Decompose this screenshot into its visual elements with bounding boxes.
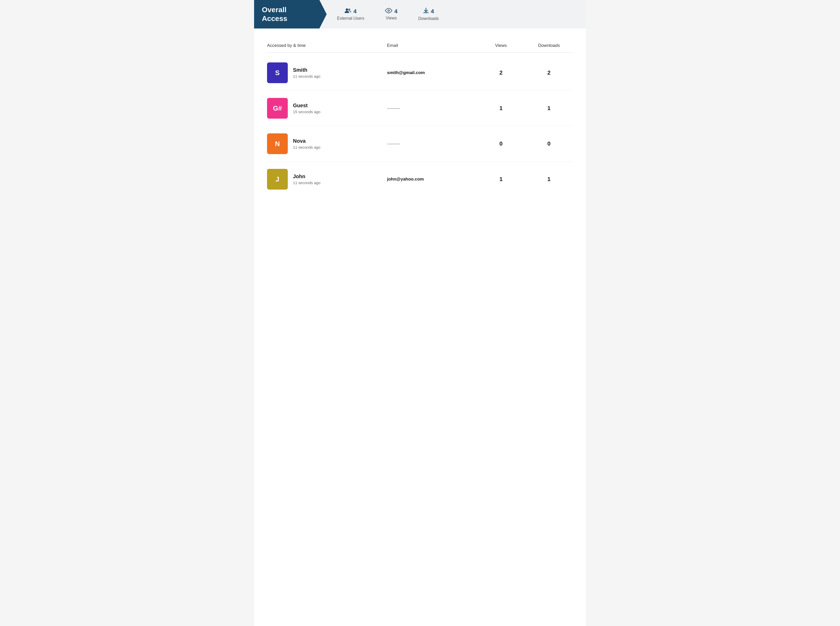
col-header-accessed: Accessed by & time <box>267 43 387 48</box>
downloads-john: 1 <box>525 176 573 183</box>
access-table-section: Accessed by & time Email Views Downloads… <box>254 28 586 210</box>
downloads-stat: 4 Downloads <box>418 8 439 21</box>
page-container: Overall Access 4 Extern <box>254 0 586 626</box>
downloads-count: 4 <box>431 8 434 15</box>
svg-point-1 <box>348 9 350 11</box>
user-name-nova: Nova <box>293 138 320 144</box>
email-dash-nova <box>387 144 400 144</box>
table-header: Accessed by & time Email Views Downloads <box>267 39 573 53</box>
user-name-smith: Smith <box>293 67 320 73</box>
page-title: Overall Access <box>262 5 287 23</box>
user-cell-guest: G# Guest 15 seconds ago <box>267 98 387 119</box>
user-time-john: 11 seconds ago <box>293 180 320 185</box>
user-cell-john: J John 11 seconds ago <box>267 169 387 189</box>
user-cell-smith: S Smith 11 seconds ago <box>267 63 387 83</box>
header-stats: 4 External Users 4 Views <box>327 0 586 28</box>
col-header-views: Views <box>477 43 525 48</box>
email-john: john@yahoo.com <box>387 177 477 182</box>
downloads-guest: 1 <box>525 105 573 112</box>
user-name-john: John <box>293 174 320 180</box>
views-john: 1 <box>477 176 525 183</box>
user-time-guest: 15 seconds ago <box>293 110 320 114</box>
downloads-nova: 0 <box>525 140 573 147</box>
table-row: S Smith 11 seconds ago smith@gmail.com 2… <box>267 55 573 91</box>
col-header-downloads: Downloads <box>525 43 573 48</box>
external-users-count: 4 <box>353 8 356 15</box>
users-icon <box>345 8 351 15</box>
views-smith: 2 <box>477 69 525 76</box>
user-name-guest: Guest <box>293 103 320 108</box>
views-count: 4 <box>394 8 397 15</box>
downloads-smith: 2 <box>525 69 573 76</box>
views-nova: 0 <box>477 140 525 147</box>
svg-point-3 <box>388 10 389 11</box>
overall-access-banner: Overall Access <box>254 0 327 28</box>
avatar-nova: N <box>267 133 288 154</box>
views-label: Views <box>386 16 397 20</box>
external-users-label: External Users <box>337 16 364 21</box>
avatar-john: J <box>267 169 288 189</box>
header: Overall Access 4 Extern <box>254 0 586 28</box>
email-dash-guest <box>387 108 400 109</box>
avatar-smith: S <box>267 63 288 83</box>
svg-point-0 <box>346 9 348 11</box>
external-users-stat: 4 External Users <box>337 8 364 21</box>
views-stat: 4 Views <box>385 8 397 20</box>
user-time-nova: 11 seconds ago <box>293 145 320 149</box>
user-time-smith: 11 seconds ago <box>293 74 320 78</box>
views-guest: 1 <box>477 105 525 112</box>
email-smith: smith@gmail.com <box>387 70 477 75</box>
table-row: N Nova 11 seconds ago 0 0 <box>267 126 573 161</box>
download-icon <box>423 8 429 15</box>
table-row: J John 11 seconds ago john@yahoo.com 1 1 <box>267 161 573 197</box>
email-nova <box>387 141 477 146</box>
email-guest <box>387 106 477 111</box>
avatar-guest: G# <box>267 98 288 119</box>
table-row: G# Guest 15 seconds ago 1 1 <box>267 91 573 126</box>
eye-icon <box>385 8 392 15</box>
downloads-label: Downloads <box>418 16 439 21</box>
col-header-email: Email <box>387 43 477 48</box>
user-cell-nova: N Nova 11 seconds ago <box>267 133 387 154</box>
